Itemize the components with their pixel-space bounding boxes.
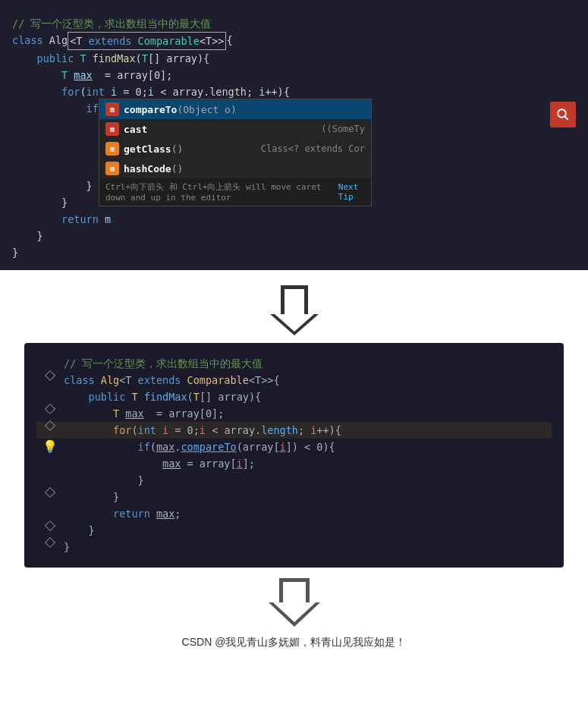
gutter-close-for — [36, 489, 64, 496]
code-line-tmax: T max = array[0]; — [12, 67, 576, 83]
gutter-for — [36, 422, 64, 429]
gutter-diamond-class — [45, 370, 55, 381]
hollow-arrow-2 — [269, 578, 320, 627]
b-line-comment: // 写一个泛型类，求出数组当中的最大值 — [36, 355, 552, 372]
ac-icon-m3: m — [105, 142, 119, 156]
b-line-close-for: } — [36, 489, 552, 505]
highlight-box: <T extends Comparable<T>> — [68, 32, 226, 50]
comment-text: // 写一个泛型类，求出数组当中的最大值 — [12, 15, 211, 32]
arrow-inner-1 — [275, 314, 314, 332]
ac-icon-m4: m — [105, 162, 119, 175]
footer-label: CSDN @我见青山多妩媚，料青山见我应如是！ — [182, 636, 407, 648]
code-line-return: return m — [12, 211, 576, 228]
gutter-tmax — [36, 405, 64, 413]
arrow-inner-2 — [273, 602, 316, 622]
ac-icon-m: m — [105, 102, 119, 116]
gutter-diamond-close-class — [45, 537, 55, 548]
ac-right-getclass: Class<? extends Cor — [261, 143, 365, 154]
svg-line-1 — [564, 116, 568, 120]
arrow-head-2 — [269, 602, 320, 627]
arrow-shaft-2 — [279, 578, 310, 602]
code-line-class: class Alg<T extends Comparable<T>>{ — [12, 32, 576, 50]
b-line-findmax: public T findMax(T[] array){ — [36, 388, 552, 405]
code-line-comment: // 写一个泛型类，求出数组当中的最大值 — [12, 15, 576, 32]
top-code-editor: // 写一个泛型类，求出数组当中的最大值 class Alg<T extends… — [0, 0, 588, 270]
ac-item-compareto[interactable]: m compareTo(Object o) — [99, 99, 371, 119]
gutter-close-class — [36, 539, 64, 546]
b-line-maxassign: max = array[i]; — [36, 455, 552, 472]
gutter-diamond-tmax — [45, 404, 55, 414]
bottom-code-content: // 写一个泛型类，求出数组当中的最大值 class Alg<T extends… — [24, 352, 564, 558]
lightbulb-icon[interactable]: 💡 — [42, 439, 58, 455]
search-icon-box[interactable] — [550, 102, 576, 127]
b-line-return: return max; — [36, 505, 552, 522]
arrow-1 — [0, 270, 588, 343]
gutter-if: 💡 — [36, 439, 64, 455]
b-line-close-class: } — [36, 539, 552, 555]
gutter-diamond-for — [45, 420, 55, 431]
footer-text: CSDN @我见青山多妩媚，料青山见我应如是！ — [0, 631, 588, 662]
hollow-arrow-1 — [270, 285, 319, 335]
b-line-tmax: T max = array[0]; — [36, 405, 552, 422]
arrow-shaft-1 — [281, 285, 308, 314]
code-line-close3: } — [12, 228, 576, 244]
tip-text: Ctrl+向下箭头 和 Ctrl+向上箭头 will move caret do… — [105, 181, 335, 203]
ac-item-getclass[interactable]: m getClass() Class<? extends Cor — [99, 139, 371, 159]
svg-point-0 — [558, 109, 566, 118]
next-tip-button[interactable]: Next Tip — [338, 182, 365, 202]
ac-item-hashcode[interactable]: m hashCode() — [99, 159, 371, 178]
gutter-diamond-close-for — [45, 487, 55, 498]
bottom-code-editor: // 写一个泛型类，求出数组当中的最大值 class Alg<T extends… — [24, 343, 564, 568]
ac-right-cast: ((SomeTy — [321, 124, 365, 134]
autocomplete-popup[interactable]: m compareTo(Object o) m cast ((SomeTy m … — [99, 99, 372, 206]
bottom-wrapper: // 写一个泛型类，求出数组当中的最大值 class Alg<T extends… — [0, 343, 588, 568]
code-line-close4: } — [12, 244, 576, 261]
ac-item-cast[interactable]: m cast ((SomeTy — [99, 119, 371, 139]
b-line-close-if: } — [36, 472, 552, 489]
b-line-class: class Alg<T extends Comparable<T>>{ — [36, 372, 552, 388]
gutter-close-method — [36, 522, 64, 530]
arrow-2 — [0, 568, 588, 631]
b-line-close-method: } — [36, 522, 552, 539]
code-line-for: for(int i = 0;i < array.length; i++){ — [12, 83, 576, 100]
arrow-head-1 — [270, 314, 319, 335]
b-line-for: for(int i = 0;i < array.length; i++){ — [36, 422, 552, 439]
ac-icon-m2: m — [105, 122, 119, 136]
gutter-class — [36, 372, 64, 379]
code-line-findmax: public T findMax(T[] array){ — [12, 50, 576, 67]
ac-tip-bar: Ctrl+向下箭头 和 Ctrl+向上箭头 will move caret do… — [99, 178, 371, 206]
search-icon — [556, 108, 570, 121]
gutter-diamond-close-method — [45, 520, 55, 531]
b-line-if: 💡 if(max.compareTo(array[i]) < 0){ — [36, 439, 552, 455]
